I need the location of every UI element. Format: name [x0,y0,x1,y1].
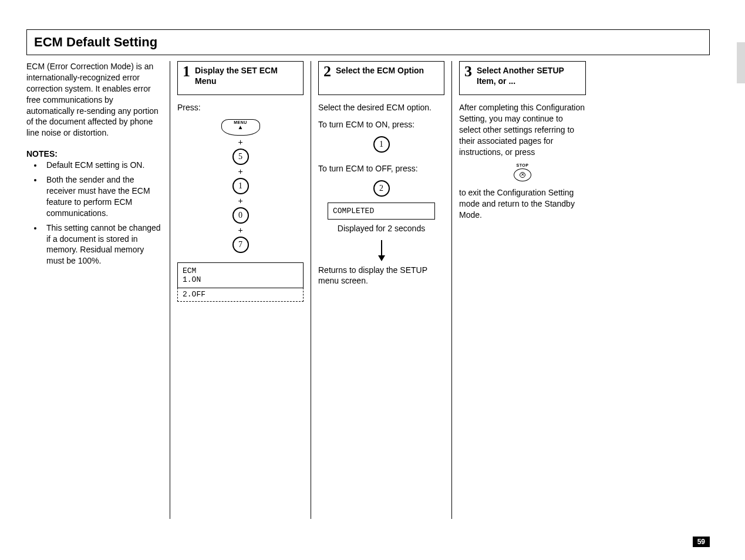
step-title: Select Another SETUP Item, or ... [477,64,581,86]
step-number: 2 [323,64,331,79]
section-title: ECM Default Setting [34,35,702,50]
stop-button-icon: ✕ [514,168,531,181]
lcd-line: COMPLETED [333,207,430,215]
keycap-icon: 1 [373,136,390,153]
step-1-column: 1 Display the SET ECM Menu Press: MENU ▲… [170,61,311,519]
arrow-down-icon [377,240,386,261]
keycap-icon: 0 [232,207,249,224]
list-item: Both the sender and the receiver must ha… [43,174,163,219]
lcd-display: COMPLETED [328,203,435,220]
stop-button-label: STOP [517,163,529,167]
list-item: Default ECM setting is ON. [43,160,163,171]
keycap-icon: 2 [373,180,390,197]
section-tab [737,42,745,83]
plus-icon: + [238,167,242,176]
step-title: Display the SET ECM Menu [195,64,298,86]
up-triangle-icon: ▲ [238,124,244,130]
step-body: to exit the Configuration Setting mode a… [459,187,586,221]
returns-note: Returns to display the SETUP menu screen… [318,265,444,287]
step-title: Select the ECM Option [336,64,424,76]
notes-heading: NOTES: [26,149,163,158]
keycap-icon: 1 [232,178,249,194]
notes-list: Default ECM setting is ON. Both the send… [26,160,163,266]
lcd-display-alt: 2.OFF [177,288,304,302]
intro-column: ECM (Error Correction Mode) is an intern… [26,61,170,519]
lcd-display: ECM 1.ON [177,262,304,288]
intro-paragraph: ECM (Error Correction Mode) is an intern… [26,61,163,139]
step-header: 1 Display the SET ECM Menu [177,61,304,95]
svg-marker-1 [378,255,385,261]
lcd-line: ECM [183,266,298,275]
list-item: This setting cannot be changed if a docu… [43,222,163,267]
key-sequence: MENU ▲ + 5 + 1 + 0 + 7 [177,119,304,253]
page-number: 59 [693,537,710,547]
step-header: 3 Select Another SETUP Item, or ... [459,61,586,95]
step-body: After completing this Configuration Sett… [459,102,586,157]
menu-button-icon: MENU ▲ [221,119,260,136]
keycap-icon: 7 [232,237,249,253]
columns: ECM (Error Correction Mode) is an intern… [26,61,710,519]
press-label: Press: [177,102,304,113]
lcd-line: 1.ON [183,275,298,284]
keycap-icon: 5 [232,149,249,165]
keycap-row: 2 [318,180,444,197]
step-body: Select the desired ECM option. [318,102,444,113]
step-number: 3 [464,64,472,79]
keycap-row: 1 [318,136,444,153]
plus-icon: + [238,197,242,205]
step-number: 1 [183,64,190,79]
step-2-column: 2 Select the ECM Option Select the desir… [311,61,452,519]
step-3-column: 3 Select Another SETUP Item, or ... Afte… [452,61,593,519]
plus-icon: + [238,138,242,146]
lcd-line: 2.OFF [183,290,298,299]
step-body: To turn ECM to ON, press: [318,119,444,130]
step-body: To turn ECM to OFF, press: [318,163,444,174]
displayed-note: Displayed for 2 seconds [318,223,444,234]
step-header: 2 Select the ECM Option [318,61,444,95]
stop-button-graphic: STOP ✕ [459,163,586,181]
section-title-bar: ECM Default Setting [26,29,710,55]
plus-icon: + [238,226,242,234]
manual-page: ECM Default Setting ECM (Error Correctio… [0,0,745,560]
